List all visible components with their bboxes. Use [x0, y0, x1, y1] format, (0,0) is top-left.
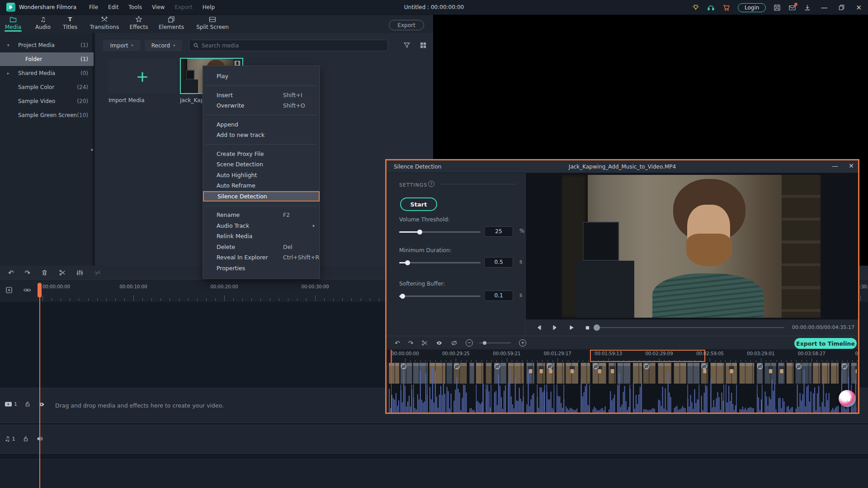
context-item-overwrite[interactable]: OverwriteShift+O [203, 100, 320, 111]
dialog-timeline-ruler[interactable]: 00:00:00:0000:00:29:2500:00:59:2100:01:2… [387, 349, 858, 363]
search-input[interactable]: Search media [189, 40, 388, 51]
restore-button[interactable] [837, 5, 846, 10]
context-item-create-proxy-file[interactable]: Create Proxy File [203, 149, 320, 160]
stop-button[interactable] [585, 325, 590, 331]
redo-icon[interactable]: ↷ [25, 269, 31, 277]
sidebar-item-shared-media[interactable]: ▸Shared Media(0) [0, 66, 94, 80]
menu-file[interactable]: File [85, 3, 102, 12]
context-item-properties[interactable]: Properties [203, 263, 320, 274]
export-button[interactable]: Export [389, 20, 424, 30]
play-button[interactable] [568, 324, 575, 331]
context-item-scene-detection[interactable]: Scene Detection [203, 159, 320, 170]
right-triangle-icon[interactable]: ▸ [7, 71, 9, 75]
link-ripple-icon[interactable] [24, 286, 31, 294]
context-item-append[interactable]: Append [203, 119, 320, 130]
tab-effects[interactable]: Effects [128, 16, 149, 30]
shop-cart-icon[interactable] [722, 4, 730, 11]
import-media-tile[interactable]: + [108, 59, 176, 94]
login-button[interactable]: Login [738, 3, 766, 12]
param-slider[interactable] [399, 231, 481, 233]
timeline-zoom-slider[interactable] [479, 343, 511, 343]
tab-media[interactable]: Media [4, 16, 23, 30]
menu-help[interactable]: Help [198, 3, 219, 12]
support-headset-icon[interactable] [707, 4, 715, 11]
context-item-play[interactable]: Play [203, 71, 320, 82]
collapse-sidebar-arrow[interactable]: ◂ [90, 147, 93, 152]
param-slider-handle[interactable] [400, 294, 405, 299]
sidebar-item-sample-green-screen[interactable]: Sample Green Screen(10) [0, 108, 94, 122]
audio-track-1[interactable]: ♫ 1 [0, 425, 868, 454]
zoom-in-icon[interactable]: + [519, 339, 526, 347]
dialog-close-button[interactable]: ✕ [849, 162, 854, 169]
messages-mail-icon[interactable] [788, 4, 796, 11]
context-item-delete[interactable]: DeleteDel [203, 242, 320, 253]
undo-icon[interactable]: ↶ [395, 339, 400, 347]
minimize-button[interactable]: — [819, 4, 829, 12]
tab-titles[interactable]: T Titles [61, 16, 80, 30]
redo-icon[interactable]: ↷ [408, 339, 414, 347]
param-value-input[interactable]: 25 [484, 226, 513, 237]
waveform-strip[interactable] [388, 363, 857, 413]
video-camera-icon[interactable] [5, 401, 12, 408]
lock-icon[interactable] [24, 401, 31, 408]
context-item-audio-track[interactable]: Audio Track▸ [203, 221, 320, 231]
record-dropdown-button[interactable]: Record▾ [145, 40, 182, 51]
menu-tools[interactable]: Tools [124, 3, 146, 12]
tab-elements[interactable]: Elements [158, 16, 184, 30]
dialog-minimize-button[interactable]: — [832, 162, 838, 169]
context-item-auto-highlight[interactable]: Auto Highlight [203, 170, 320, 181]
add-media-board-icon[interactable] [5, 286, 13, 294]
tab-audio[interactable]: ♫ Audio [33, 16, 52, 30]
mute-eye-slash-icon[interactable] [451, 340, 458, 346]
silence-selection-box[interactable] [590, 350, 705, 362]
next-frame-button[interactable] [552, 324, 558, 331]
playback-progress-slider[interactable] [594, 327, 784, 328]
filter-funnel-icon[interactable] [403, 42, 410, 49]
dialog-titlebar[interactable]: Silence Detection Jack_Kapwing_Add_Music… [387, 160, 858, 173]
adjust-sliders-icon[interactable] [76, 269, 83, 276]
tab-transitions[interactable]: Transitions [89, 16, 120, 30]
close-button[interactable]: ✕ [854, 4, 863, 12]
context-item-relink-media[interactable]: Relink Media [203, 231, 320, 242]
playhead-handle[interactable] [38, 283, 42, 297]
start-detection-button[interactable]: Start [400, 197, 437, 211]
export-to-timeline-button[interactable]: Export to Timeline [794, 338, 857, 349]
context-item-silence-detection[interactable]: Silence Detection [203, 191, 320, 202]
zoom-out-icon[interactable]: − [466, 339, 473, 347]
denoise-icon[interactable] [94, 269, 101, 276]
sidebar-item-project-media[interactable]: ▾Project Media(1) [0, 38, 94, 52]
lock-icon[interactable] [23, 436, 29, 442]
view-grid-icon[interactable] [420, 42, 427, 49]
help-icon[interactable]: ? [428, 181, 434, 187]
menu-export[interactable]: Export [170, 3, 196, 12]
undo-icon[interactable]: ↶ [8, 269, 14, 277]
context-item-reveal-in-explorer[interactable]: Reveal In ExplorerCtrl+Shift+R [203, 252, 320, 263]
param-slider-handle[interactable] [417, 230, 422, 235]
zoom-slider-handle[interactable] [483, 341, 486, 345]
previous-frame-button[interactable] [536, 324, 542, 331]
context-item-add-to-new-track[interactable]: Add to new track [203, 130, 320, 141]
playhead-line[interactable] [39, 283, 40, 488]
menu-edit[interactable]: Edit [104, 3, 123, 12]
playback-progress-handle[interactable] [594, 324, 600, 331]
music-note-icon[interactable]: ♫ [5, 435, 10, 442]
ideas-bulb-icon[interactable] [692, 4, 699, 11]
down-triangle-icon[interactable]: ▾ [7, 43, 9, 47]
tab-split-screen[interactable]: Split Screen [194, 16, 231, 30]
param-slider[interactable] [399, 296, 481, 297]
context-item-auto-reframe[interactable]: Auto Reframe [203, 180, 320, 191]
import-dropdown-button[interactable]: Import▾ [103, 40, 140, 51]
cut-scissors-icon[interactable] [421, 340, 428, 346]
trash-icon[interactable] [41, 269, 48, 276]
param-value-input[interactable]: 0.5 [484, 257, 513, 267]
context-item-insert[interactable]: InsertShift+I [203, 90, 320, 101]
sidebar-item-sample-color[interactable]: Sample Color(24) [0, 80, 94, 94]
dialog-playhead-line[interactable] [391, 363, 392, 413]
menu-view[interactable]: View [148, 3, 169, 12]
sidebar-item-sample-video[interactable]: Sample Video(20) [0, 94, 94, 108]
param-slider[interactable] [399, 262, 481, 263]
split-scissors-icon[interactable] [59, 269, 66, 276]
download-icon[interactable] [804, 4, 811, 11]
dialog-playhead-marker[interactable] [391, 350, 392, 363]
context-item-rename[interactable]: RenameF2 [203, 210, 320, 221]
